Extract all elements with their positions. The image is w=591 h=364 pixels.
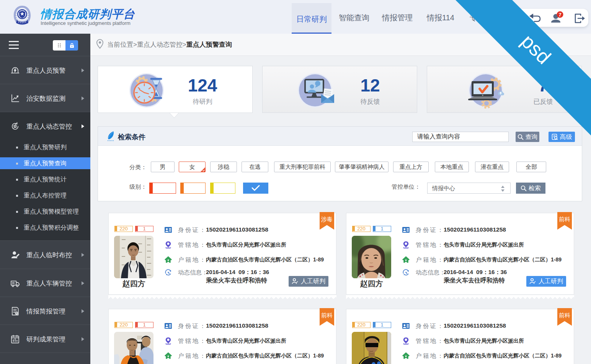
svg-text:7: 7 [558, 12, 561, 18]
